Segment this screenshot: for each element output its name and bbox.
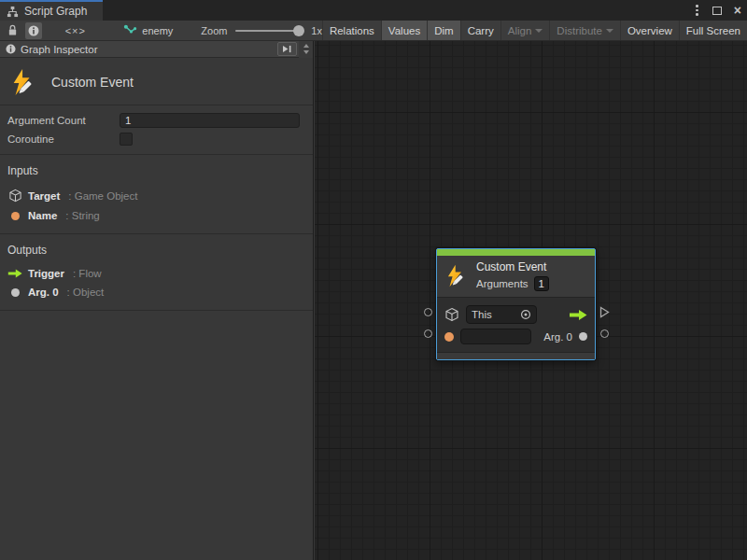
graph-inspector-panel: Graph Inspector (0, 41, 314, 560)
chevron-down-icon (606, 29, 613, 33)
port-row-arg0: Arg. 0 : Object (7, 283, 305, 301)
target-dropdown[interactable]: This (466, 305, 537, 324)
code-view-button[interactable]: <×> (63, 22, 88, 39)
graph-breadcrumb[interactable]: enemy (123, 24, 173, 36)
maximize-icon[interactable] (712, 7, 722, 15)
port-type: : Object (67, 287, 105, 298)
string-input-dot-icon[interactable] (444, 332, 454, 342)
dim-button[interactable]: Dim (427, 21, 459, 40)
relations-button[interactable]: Relations (322, 21, 381, 40)
info-icon (6, 44, 16, 54)
graph-inspector-header: Graph Inspector (0, 41, 313, 58)
graph-inspector-title: Graph Inspector (21, 44, 97, 55)
coroutine-label: Coroutine (7, 133, 120, 145)
zoom-slider-handle[interactable] (293, 25, 304, 36)
distribute-label: Distribute (557, 25, 602, 36)
full-screen-button[interactable]: Full Screen (679, 21, 747, 40)
custom-event-node[interactable]: Custom Event Arguments 1 This (436, 248, 596, 360)
arg0-label: Arg. 0 (543, 331, 572, 343)
event-name-input[interactable] (460, 329, 531, 344)
outputs-header: Outputs (7, 244, 305, 257)
string-dot-icon (11, 212, 20, 220)
object-picker-icon[interactable] (520, 309, 531, 320)
node-arguments-label: Arguments (476, 278, 529, 289)
title-bar: Script Graph × (0, 0, 747, 21)
node-target-row: This (444, 304, 587, 325)
toolbar-button-group: Relations Values Dim Carry Align Distrib… (322, 21, 747, 40)
zoom-label: Zoom (201, 25, 227, 36)
graph-toolbar: <×> enemy Zoom 1x Relations Values Dim C… (0, 21, 747, 41)
output-port-arg0[interactable] (600, 329, 609, 338)
port-name: Name (28, 210, 57, 221)
lock-icon (7, 24, 18, 36)
unit-header: Custom Event (0, 58, 313, 105)
trigger-output-icon[interactable] (569, 310, 587, 320)
object-dot-icon (11, 288, 20, 297)
coroutine-checkbox[interactable] (120, 133, 133, 146)
port-name: Target (28, 190, 60, 202)
port-row-trigger: Trigger : Flow (7, 264, 305, 283)
coroutine-row: Coroutine (7, 133, 300, 146)
window-menu-icon[interactable] (694, 3, 700, 18)
argument-count-row: Argument Count 1 (7, 113, 300, 128)
tab-label: Script Graph (24, 5, 87, 18)
cube-icon (444, 307, 459, 322)
cube-icon (7, 189, 22, 203)
node-arguments-value: 1 (534, 276, 549, 291)
values-button[interactable]: Values (381, 21, 427, 40)
outputs-section: Outputs Trigger : Flow Arg. 0 : Object (0, 234, 313, 311)
dock-right-icon (282, 45, 292, 53)
unit-settings-form: Argument Count 1 Coroutine (0, 105, 313, 155)
port-row-name: Name : String (7, 206, 305, 225)
graph-canvas[interactable]: Custom Event Arguments 1 This (315, 41, 747, 560)
carry-button[interactable]: Carry (460, 21, 500, 40)
port-name: Arg. 0 (28, 287, 59, 298)
inspector-toggle-button[interactable] (25, 22, 42, 39)
window-controls: × (694, 0, 741, 21)
flow-arrow-icon (7, 269, 22, 278)
inputs-section: Inputs Target : Game Object Name : Strin… (0, 155, 313, 234)
graph-asset-icon (123, 24, 137, 36)
chevron-down-icon (535, 29, 543, 33)
align-button: Align (500, 21, 550, 40)
unit-title: Custom Event (51, 75, 134, 90)
dock-panel-button[interactable] (277, 42, 297, 56)
inputs-header: Inputs (7, 164, 305, 177)
script-graph-icon (7, 6, 19, 18)
align-label: Align (508, 25, 532, 36)
arg0-output-dot-icon[interactable] (579, 332, 587, 341)
port-row-target: Target : Game Object (7, 185, 305, 206)
code-icon: <×> (65, 25, 86, 36)
tab-script-graph[interactable]: Script Graph (0, 0, 103, 21)
scroll-up-icon[interactable] (303, 44, 309, 48)
node-footer (437, 352, 595, 359)
zoom-slider[interactable] (235, 24, 303, 37)
info-icon (28, 25, 39, 36)
argument-count-label: Argument Count (7, 115, 120, 126)
target-value: This (472, 309, 516, 320)
input-port-target[interactable] (424, 308, 432, 316)
overview-button[interactable]: Overview (620, 21, 679, 40)
custom-event-icon (9, 68, 37, 96)
graph-name-label: enemy (142, 25, 173, 36)
custom-event-icon (444, 264, 468, 287)
output-port-trigger[interactable] (599, 306, 610, 318)
close-icon[interactable]: × (734, 4, 741, 17)
node-event-accent-bar (437, 249, 595, 256)
node-body: This Arg. 0 (437, 298, 595, 352)
lock-button[interactable] (4, 22, 21, 39)
port-type: : Game Object (68, 190, 137, 202)
port-type: : String (65, 210, 99, 221)
port-type: : Flow (73, 268, 102, 279)
port-name: Trigger (28, 268, 64, 279)
node-name-row: Arg. 0 (444, 328, 587, 345)
node-title: Custom Event (476, 260, 549, 273)
distribute-button: Distribute (549, 21, 620, 40)
panel-scroll-spinner (299, 41, 313, 58)
input-port-name[interactable] (424, 329, 432, 338)
scroll-down-icon[interactable] (303, 50, 309, 54)
argument-count-field[interactable]: 1 (120, 113, 300, 128)
node-header[interactable]: Custom Event Arguments 1 (437, 256, 595, 298)
zoom-value: 1x (311, 25, 322, 36)
